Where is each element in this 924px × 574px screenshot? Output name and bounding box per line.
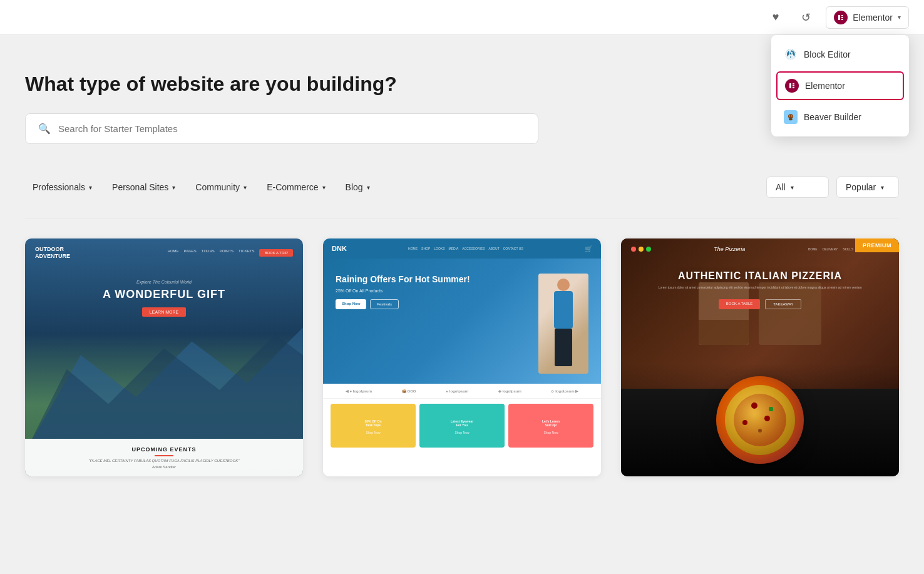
card1-author: Adam Sandler [35, 465, 293, 469]
card3-logo: The Pizzeria [714, 246, 745, 252]
template-card-dnk[interactable]: DNK HOME SHOP LOOKS MEDIA ACCESSORIES AB… [323, 238, 601, 476]
svg-point-12 [789, 116, 790, 116]
filter-sort-select[interactable]: Popular ▾ [836, 177, 899, 198]
premium-badge: PREMIUM [855, 238, 899, 252]
elementor-icon [834, 11, 848, 24]
svg-point-9 [788, 114, 793, 118]
template-preview-outdoor: OUTDOORADVENTURE HOME PAGES TOURS POINTS… [25, 238, 303, 476]
chevron-icon: ▾ [367, 184, 370, 191]
svg-point-13 [791, 116, 792, 116]
card1-subtitle: Explore The Colourful World [40, 280, 288, 284]
card1-bottom: UPCOMING EVENTS "PLACE MEL CERTAINTY FAB… [25, 439, 303, 476]
filter-all-select[interactable]: All ▾ [766, 177, 829, 198]
dropdown-item-beaver[interactable]: Beaver Builder [771, 103, 909, 131]
card1-events-title: UPCOMING EVENTS [35, 446, 293, 453]
card2-title: Raining Offers For Hot Summer! [336, 274, 528, 285]
search-icon: 🔍 [38, 123, 51, 135]
filter-right: All ▾ Popular ▾ [766, 177, 899, 198]
card2-hero: Raining Offers For Hot Summer! 25% Off O… [323, 259, 601, 384]
page-title: What type of website are you building? [25, 73, 588, 96]
card2-desc: 25% Off On All Products [336, 289, 528, 293]
filter-categories: Professionals ▾ Personal Sites ▾ Communi… [25, 178, 377, 196]
template-grid: OUTDOORADVENTURE HOME PAGES TOURS POINTS… [25, 238, 899, 501]
dropdown-item-block-editor[interactable]: Block Editor [771, 40, 909, 69]
card2-festival-btn: Festivals [370, 299, 399, 309]
filter-professionals[interactable]: Professionals ▾ [25, 178, 100, 196]
chevron-icon: ▾ [322, 184, 326, 191]
chevron-icon: ▾ [172, 184, 175, 191]
wordpress-icon [784, 48, 798, 61]
card3-desc: Lorem ipsum dolor sit amet consectetur a… [621, 282, 899, 294]
template-preview-pizzeria: PREMIUM [621, 238, 899, 476]
yellow-dot [639, 247, 644, 252]
top-bar: ♥ ↺ Elementor ▾ [0, 0, 924, 35]
editor-selector-button[interactable]: Elementor ▾ [826, 6, 909, 29]
card3-window-dots [631, 247, 651, 252]
red-dot [631, 247, 636, 252]
svg-rect-2 [841, 17, 843, 18]
filter-bar: Professionals ▾ Personal Sites ▾ Communi… [25, 164, 899, 218]
card2-logo: DNK [332, 245, 347, 252]
filter-blog[interactable]: Blog ▾ [338, 178, 377, 196]
search-bar: 🔍 [25, 113, 538, 144]
filter-community[interactable]: Community ▾ [188, 178, 254, 196]
svg-rect-6 [793, 83, 794, 85]
pizza-image [716, 376, 804, 464]
card1-header: OUTDOORADVENTURE HOME PAGES TOURS POINTS… [25, 238, 303, 267]
template-card-outdoor[interactable]: OUTDOORADVENTURE HOME PAGES TOURS POINTS… [25, 238, 303, 476]
beaver-icon [784, 110, 798, 124]
chevron-down-icon: ▾ [881, 184, 884, 191]
beaver-builder-label: Beaver Builder [804, 112, 861, 122]
svg-rect-1 [841, 15, 843, 16]
template-card-pizzeria[interactable]: PREMIUM [621, 238, 899, 476]
card3-pizza-area [621, 364, 899, 476]
card1-nav: HOME PAGES TOURS POINTS TICKETS BOOK A T… [168, 249, 293, 257]
card1-quote: "PLACE MEL CERTAINTY FABULAS QUOTAM FUGA… [35, 459, 293, 463]
dropdown-item-elementor[interactable]: Elementor [776, 71, 904, 100]
all-label: All [776, 182, 786, 192]
svg-rect-0 [838, 15, 840, 20]
card2-logos-bar: ◀ ● logolpsum 📦 OOO ⬥ logolpsum ◈ logolp… [323, 384, 601, 399]
search-input[interactable] [58, 123, 525, 134]
card2-product-3: Let's LoremSuit Up! Shop Now [508, 404, 593, 448]
elementor-label: Elementor [805, 81, 845, 91]
filter-ecommerce[interactable]: E-Commerce ▾ [259, 178, 332, 196]
filter-personal-sites[interactable]: Personal Sites ▾ [105, 178, 183, 196]
svg-rect-5 [789, 83, 791, 88]
page-header: What type of website are you building? 🔍 [25, 35, 588, 164]
refresh-icon[interactable]: ↺ [796, 8, 816, 28]
card3-hero-content: AUTHENTIC ITALIAN PIZZERIA Lorem ipsum d… [621, 270, 899, 309]
card3-btns: BOOK A TABLE TAKEAWAY [621, 299, 899, 309]
svg-rect-8 [793, 87, 794, 88]
card2-hero-text: Raining Offers For Hot Summer! 25% Off O… [336, 274, 528, 309]
chevron-icon: ▾ [244, 184, 247, 191]
card2-product-2: Latest EyewearFor You Shop Now [419, 404, 505, 448]
green-dot [646, 247, 651, 252]
card3-title: AUTHENTIC ITALIAN PIZZERIA [621, 270, 899, 282]
card3-takeaway-btn: TAKEAWAY [765, 299, 801, 309]
svg-point-14 [789, 118, 793, 121]
card1-title: A WONDERFUL GIFT [40, 288, 288, 302]
elementor-icon-dropdown [785, 79, 799, 93]
card2-header: DNK HOME SHOP LOOKS MEDIA ACCESSORIES AB… [323, 238, 601, 259]
card3-book-btn: BOOK A TABLE [719, 299, 760, 309]
mountain-background [25, 314, 303, 439]
svg-rect-3 [841, 19, 843, 20]
favorite-icon[interactable]: ♥ [766, 8, 786, 28]
card2-product-1: 20% Off OnTank Tops Shop Now [331, 404, 416, 448]
chevron-down-icon: ▾ [898, 14, 901, 21]
card2-btns: Shop Now Festivals [336, 299, 528, 309]
block-editor-label: Block Editor [804, 49, 851, 59]
card2-shop-btn: Shop Now [336, 299, 366, 309]
card2-products: 20% Off OnTank Tops Shop Now Latest Eyew… [323, 399, 601, 453]
card2-cart-icon: 🛒 [585, 245, 592, 252]
card1-logo: OUTDOORADVENTURE [35, 246, 70, 260]
editor-dropdown: Block Editor Elementor Beaver Builde [771, 35, 909, 136]
sort-label: Popular [846, 182, 876, 192]
pizza-toppings [716, 376, 804, 464]
chevron-icon: ▾ [89, 184, 92, 191]
card2-model-figure [538, 274, 588, 374]
editor-selector-label: Elementor [853, 13, 893, 23]
card2-model [538, 274, 588, 374]
card1-cta: BOOK A TRIP [259, 249, 293, 257]
